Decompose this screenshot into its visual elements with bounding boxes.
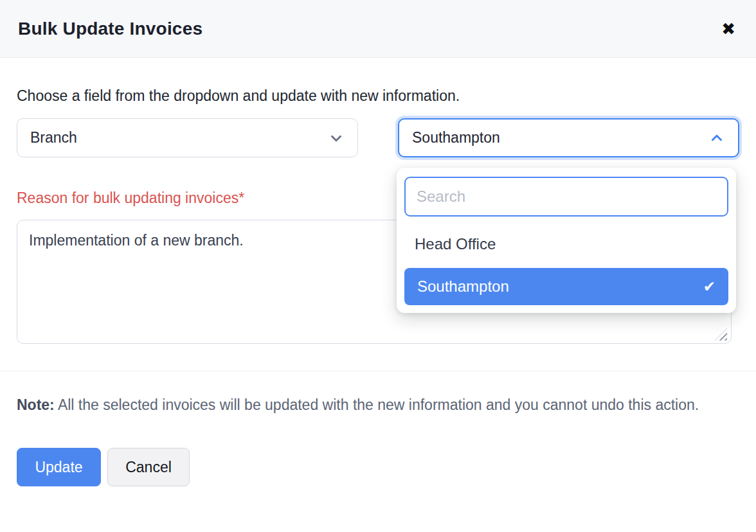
option-label: Head Office (415, 235, 496, 253)
dropdown-search-input[interactable] (404, 177, 728, 217)
chevron-down-icon (328, 130, 345, 146)
modal-header: Bulk Update Invoices ✖ (0, 0, 756, 58)
bulk-update-invoices-modal: Bulk Update Invoices ✖ Choose a field fr… (0, 0, 756, 532)
note-text: Note: All the selected invoices will be … (17, 394, 727, 416)
dropdown-option-southampton[interactable]: Southampton ✔ (404, 268, 728, 305)
footer-divider (0, 371, 756, 371)
field-select-value: Branch (30, 129, 77, 146)
note-body: All the selected invoices will be update… (55, 396, 699, 413)
check-icon: ✔ (703, 279, 716, 294)
chevron-up-icon (708, 130, 725, 146)
update-button[interactable]: Update (17, 448, 101, 486)
instruction-text: Choose a field from the dropdown and upd… (17, 87, 739, 105)
modal-title: Bulk Update Invoices (18, 19, 203, 39)
close-button[interactable]: ✖ (719, 18, 738, 40)
close-icon: ✖ (721, 19, 735, 39)
field-select[interactable]: Branch (17, 118, 358, 157)
dropdown-option-head-office[interactable]: Head Office (404, 226, 728, 263)
value-select-value: Southampton (412, 129, 500, 146)
selects-row: Branch Southampton (17, 118, 739, 157)
note-prefix: Note: (17, 396, 55, 413)
option-label: Southampton (417, 278, 509, 296)
action-buttons: Update Cancel (17, 448, 739, 486)
branch-dropdown-menu: Head Office Southampton ✔ (397, 168, 736, 313)
cancel-button[interactable]: Cancel (107, 448, 190, 486)
value-select[interactable]: Southampton (398, 118, 739, 157)
modal-footer: Note: All the selected invoices will be … (0, 394, 756, 486)
